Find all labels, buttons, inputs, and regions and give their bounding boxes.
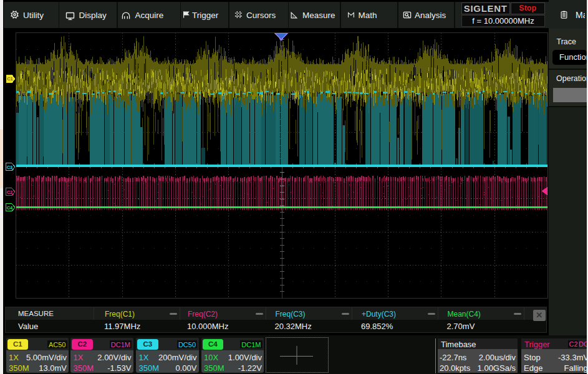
svg-text:C2: C2 xyxy=(7,189,13,195)
svg-text:C1: C1 xyxy=(7,76,13,82)
svg-text:C3: C3 xyxy=(7,165,13,170)
svg-text:C4: C4 xyxy=(7,205,13,211)
